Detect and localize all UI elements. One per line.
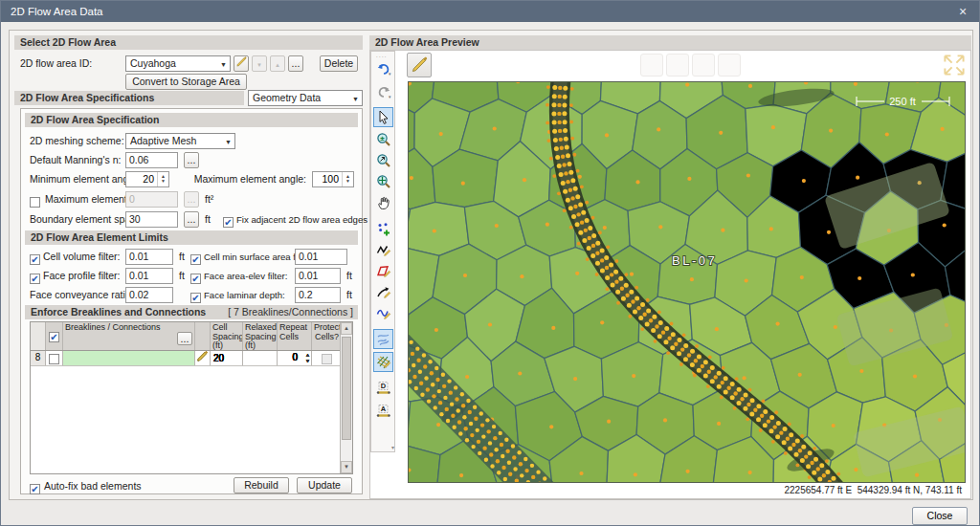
meshing-scheme-dropdown[interactable]: Adaptive Mesh▼ [125, 133, 235, 149]
min-angle-stepper[interactable]: 20▲▼ [125, 171, 169, 187]
cell-volume-checkbox[interactable]: ✔ [30, 251, 40, 268]
face-area-input[interactable]: 0.01 [295, 268, 341, 284]
face-laminar-input[interactable]: 0.2 [295, 287, 341, 303]
toolbar-grip-icon[interactable]: ∙∙∙∙ [376, 53, 388, 59]
manning-browse-button[interactable]: ... [184, 152, 199, 168]
face-laminar-checkbox[interactable]: ✔ [190, 289, 201, 306]
footer-bar [1, 500, 980, 526]
breakline-name-cell[interactable] [63, 351, 195, 365]
up-arrow-icon: ▲ [275, 62, 280, 68]
max-area-checkbox[interactable] [30, 193, 40, 210]
face-conveyance-input[interactable]: 0.02 [125, 287, 173, 303]
max-area-browse-button[interactable]: ... [184, 191, 199, 208]
svg-text:D: D [380, 382, 386, 390]
fix-edges-checkbox[interactable]: ✔ [223, 213, 234, 230]
zoom-extents-tool-button[interactable] [373, 172, 393, 192]
mesh-edit-toggle-button[interactable] [373, 352, 393, 372]
close-icon[interactable]: × [952, 1, 973, 22]
draw-polygon-tool-button[interactable] [373, 262, 393, 282]
row-number: 8 [31, 351, 46, 365]
ghost-tool-button-4[interactable] [718, 54, 741, 77]
cell-volume-unit: ft [179, 249, 185, 265]
draw-squiggle-tool-button[interactable] [373, 304, 393, 324]
face-area-label: Face area-elev filter: [204, 268, 287, 284]
measure-area-tool-button[interactable]: A [373, 402, 393, 422]
measure-distance-tool-button[interactable]: D [373, 379, 393, 399]
edit-id-pencil-button[interactable] [234, 55, 249, 72]
add-points-tool-button[interactable] [373, 220, 393, 240]
cell-min-input[interactable]: 0.01 [295, 249, 347, 265]
autofix-checkbox[interactable]: ✔ [30, 480, 40, 497]
draw-polyline-tool-button[interactable] [373, 241, 393, 261]
limits-section-header: 2D Flow Area Element Limits [25, 230, 358, 245]
row-enabled-checkbox[interactable] [46, 351, 63, 365]
pencil-icon [412, 59, 428, 76]
fix-edges-label: Fix adjacent 2D flow area edges [236, 211, 368, 228]
max-angle-stepper[interactable]: 100▲▼ [312, 171, 354, 187]
breaklines-toggle-button[interactable] [373, 329, 393, 349]
boundary-unit: ft [205, 211, 211, 228]
table-scrollbar[interactable]: ▲ ▼ [340, 322, 352, 473]
prev-area-button[interactable]: ▼ [252, 55, 267, 72]
redo-button[interactable]: ▾ [373, 82, 393, 102]
select-tool-button[interactable] [373, 107, 393, 127]
boundary-spacing-input[interactable]: 30 [125, 211, 178, 228]
flow-area-id-dropdown[interactable]: Cuyahoga▼ [125, 55, 231, 72]
next-area-button[interactable]: ▲ [270, 55, 285, 72]
face-profile-label: Face profile filter: [43, 268, 121, 284]
ghost-tool-button-1[interactable] [640, 54, 663, 77]
spec-mode-dropdown[interactable]: Geometry Data▼ [248, 90, 363, 106]
svg-text:A: A [380, 405, 386, 413]
flow-area-id-label: 2D flow area ID: [20, 55, 92, 72]
face-profile-input[interactable]: 0.01 [125, 268, 173, 284]
undo-button[interactable]: ▾ [373, 59, 393, 79]
zoom-in-out-tool-button[interactable]: ± [373, 130, 393, 150]
svg-text:±: ± [380, 134, 385, 142]
chevron-down-icon: ▼ [352, 92, 359, 106]
cell-spacing-cell[interactable] [211, 351, 243, 365]
breaklines-table-header: ✔ Breaklines / Connections ... Cell Spac… [31, 322, 340, 351]
stepper-arrows-icon[interactable]: ▲▼ [342, 172, 353, 186]
ghost-tool-button-3[interactable] [692, 54, 715, 77]
close-button[interactable]: Close [912, 507, 968, 525]
pan-tool-button[interactable] [373, 193, 393, 213]
rebuild-button[interactable]: Rebuild [234, 477, 289, 493]
ghost-tool-button-2[interactable] [666, 54, 689, 77]
map-viewport[interactable]: BL-07250 ft [408, 81, 966, 483]
window-title: 2D Flow Area Data [11, 6, 103, 17]
cell-volume-label: Cell volume filter: [43, 249, 121, 265]
stepper-arrows-icon[interactable]: ▲▼ [157, 172, 168, 186]
edit-breakline-pencil-button[interactable] [407, 53, 432, 77]
relaxed-spacing-cell[interactable] [243, 351, 278, 365]
cell-min-checkbox[interactable]: ✔ [190, 251, 201, 268]
titlebar[interactable]: 2D Flow Area Data × [1, 1, 980, 22]
update-button[interactable]: Update [297, 477, 352, 493]
scrollbar-thumb[interactable] [342, 337, 351, 440]
max-area-input[interactable]: 0 [125, 191, 178, 208]
scroll-down-icon[interactable]: ▼ [341, 461, 352, 473]
zoom-window-tool-button[interactable] [373, 151, 393, 171]
breaklines-browse-button[interactable]: ... [177, 332, 192, 345]
convert-to-storage-button[interactable]: Convert to Storage Area [125, 74, 247, 90]
boundary-browse-button[interactable]: ... [184, 211, 199, 228]
repeat-cells-stepper[interactable]: ▲▼ [278, 351, 312, 365]
pencil-icon[interactable] [195, 351, 211, 365]
toolbar-expand-icon[interactable]: ▾ [391, 444, 394, 450]
max-area-unit: ft² [205, 191, 213, 208]
select-all-checkbox[interactable]: ✔ [46, 322, 63, 350]
face-area-checkbox[interactable]: ✔ [190, 270, 201, 287]
meshing-scheme-label: 2D meshing scheme: [30, 133, 124, 149]
face-profile-checkbox[interactable]: ✔ [30, 270, 40, 287]
manning-input[interactable]: 0.06 [125, 152, 178, 168]
map-toolbar: ∙∙∙∙ ▾ ▾ ± D A ▾ [370, 51, 395, 452]
edit-arrow-tool-button[interactable] [373, 283, 393, 303]
col-protect-cells-header: Protect Cells? [312, 322, 342, 350]
spec-section-header: 2D Flow Area Specification [25, 113, 358, 127]
manning-label: Default Manning's n: [30, 152, 121, 168]
cell-volume-input[interactable]: 0.01 [125, 249, 173, 265]
fullscreen-expand-icon[interactable] [943, 54, 966, 77]
browse-areas-button[interactable]: ... [288, 55, 303, 72]
delete-button[interactable]: Delete [320, 55, 358, 72]
preview-header: 2D Flow Area Preview [369, 35, 971, 50]
scroll-up-icon[interactable]: ▲ [341, 322, 352, 335]
